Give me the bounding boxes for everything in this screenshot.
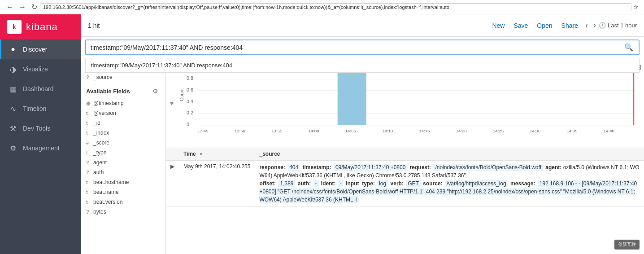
open-button[interactable]: Open xyxy=(532,20,557,31)
field-value-input-type: log xyxy=(377,180,388,187)
field-name-bytes: bytes xyxy=(93,209,106,215)
fields-gear-button[interactable]: ⚙ xyxy=(151,87,160,96)
expand-row-button[interactable]: ▶ xyxy=(170,163,174,170)
hit-count: 1 hit xyxy=(88,22,100,29)
field-name-version: @version xyxy=(93,110,116,116)
svg-text:0.6: 0.6 xyxy=(187,87,193,92)
field-name-beat-hostname: beat.hostname xyxy=(93,179,129,185)
field-value-response: 404 xyxy=(287,164,300,171)
sidebar-item-discover[interactable]: ● Discover xyxy=(0,39,81,59)
field-bytes[interactable]: ? bytes xyxy=(81,207,165,217)
svg-text:14:10: 14:10 xyxy=(382,128,393,133)
two-panel: Selected Fields ? _source Available Fiel… xyxy=(81,58,644,254)
field-value-verb: GET xyxy=(406,180,421,187)
sidebar-logo: k kibana xyxy=(0,14,81,39)
table-header-row: Time ▼ _source xyxy=(166,148,644,160)
selected-field-source[interactable]: ? _source xyxy=(81,72,165,82)
field-beat-name[interactable]: t beat.name xyxy=(81,187,165,197)
svg-text:13:45: 13:45 xyxy=(198,128,209,133)
field-agent[interactable]: ? agent xyxy=(81,158,165,167)
field-label-verb: verb: xyxy=(391,180,405,187)
field-timestamp[interactable]: ◉ @timestamp xyxy=(81,98,165,108)
search-button[interactable]: 🔍 xyxy=(619,40,639,54)
share-button[interactable]: Share xyxy=(557,20,583,31)
time-column-header[interactable]: Time ▼ xyxy=(179,148,255,160)
field-score[interactable]: # _score xyxy=(81,138,165,148)
available-fields-title: Available Fields xyxy=(86,88,130,95)
search-bar-container: 🔍 timestamp:"09/May/2017:11:37:40" AND r… xyxy=(81,37,644,58)
source-column-label: _source xyxy=(259,151,280,157)
sidebar-item-visualize[interactable]: ◑ Visualize xyxy=(0,59,81,79)
chart-collapse-button[interactable]: ▼ xyxy=(169,100,175,107)
bookmark-button[interactable]: ☆ xyxy=(631,3,640,11)
visualize-icon: ◑ xyxy=(9,65,17,74)
sidebar-item-label-visualize: Visualize xyxy=(23,66,48,73)
field-version[interactable]: t @version xyxy=(81,108,165,118)
field-index[interactable]: t _index xyxy=(81,128,165,138)
available-fields-header: Available Fields ⚙ xyxy=(81,82,165,98)
fields-panel: Selected Fields ? _source Available Fiel… xyxy=(81,58,166,254)
field-type-id: t xyxy=(86,120,91,126)
url-bar[interactable]: 192.168.2.30:5601/app/kibana#/discover?_… xyxy=(40,3,631,11)
results-table: Time ▼ _source ▶ xyxy=(166,148,644,207)
field-type-score: # xyxy=(86,140,91,145)
field-type-bytes: ? xyxy=(86,209,91,215)
next-nav-button[interactable]: › xyxy=(591,20,599,31)
field-beat-hostname[interactable]: t beat.hostname xyxy=(81,177,165,187)
svg-text:13:55: 13:55 xyxy=(271,128,282,133)
svg-text:@timestamp per minute: @timestamp per minute xyxy=(389,134,439,135)
svg-text:Count: Count xyxy=(179,88,184,101)
reload-button[interactable]: ↻ xyxy=(29,2,40,12)
field-name-id: _id xyxy=(93,120,100,126)
autocomplete-suggestion[interactable]: timestamp:"09/May/2017:11:37:40" AND res… xyxy=(86,58,639,72)
search-input[interactable] xyxy=(86,41,619,54)
field-label-message: message: xyxy=(510,180,537,187)
field-value-auth: - xyxy=(313,180,319,187)
svg-text:0.2: 0.2 xyxy=(187,110,193,115)
field-label-agent: agent: xyxy=(545,164,561,171)
sidebar-item-timelion[interactable]: ∿ Timelion xyxy=(0,99,81,118)
discover-icon: ● xyxy=(9,45,17,54)
field-label-source: source: xyxy=(423,180,444,187)
sidebar-nav: ● Discover ◑ Visualize ▦ Dashboard ∿ Tim… xyxy=(0,39,81,254)
svg-text:14:35: 14:35 xyxy=(567,128,578,133)
prev-nav-button[interactable]: ‹ xyxy=(583,20,591,31)
svg-text:14:25: 14:25 xyxy=(493,128,504,133)
field-name-beat-version: beat.version xyxy=(93,199,122,205)
sort-icon: ▼ xyxy=(199,152,203,157)
save-button[interactable]: Save xyxy=(509,20,532,31)
field-name-timestamp: @timestamp xyxy=(93,100,124,106)
devtools-icon: ⚒ xyxy=(9,124,17,133)
field-type-type[interactable]: t _type xyxy=(81,148,165,158)
field-type-beat-name: t xyxy=(86,189,91,195)
row-expand-cell: ▶ xyxy=(166,160,179,207)
sidebar-item-management[interactable]: ⚙ Management xyxy=(0,138,81,158)
table-row: ▶ May 9th 2017, 14:02:40.255 response: 4… xyxy=(166,160,644,207)
back-button[interactable]: ← xyxy=(4,2,16,12)
new-button[interactable]: New xyxy=(487,20,509,31)
field-auth[interactable]: ? auth xyxy=(81,167,165,177)
forward-button[interactable]: → xyxy=(16,2,29,12)
svg-text:0.8: 0.8 xyxy=(187,75,193,81)
sidebar-item-devtools[interactable]: ⚒ Dev Tools xyxy=(0,118,81,138)
time-range-label: Last 1 hour xyxy=(608,22,637,29)
field-value-request: /noindex/css/fonts/Bold/OpenSans-Bold.wo… xyxy=(433,164,543,171)
field-id[interactable]: t _id xyxy=(81,118,165,128)
sidebar-item-label-management: Management xyxy=(23,145,60,152)
time-range-picker[interactable]: 🕐 Last 1 hour xyxy=(599,22,637,29)
source-cell: response: 404 timestamp: 09/May/2017:11:… xyxy=(255,160,644,207)
field-type-beat-version: t xyxy=(86,199,91,205)
sidebar: k kibana ● Discover ◑ Visualize ▦ Dashbo… xyxy=(0,14,81,254)
field-beat-version[interactable]: t beat.version xyxy=(81,197,165,207)
field-name-beat-name: beat.name xyxy=(93,189,119,195)
browser-chrome: ← → ↻ 192.168.2.30:5601/app/kibana#/disc… xyxy=(0,0,644,14)
svg-text:14:40: 14:40 xyxy=(604,128,614,133)
sidebar-item-dashboard[interactable]: ▦ Dashboard xyxy=(0,79,81,99)
field-type-timestamp: ◉ xyxy=(86,101,91,106)
svg-text:14:00: 14:00 xyxy=(308,128,319,133)
main-layout: k kibana ● Discover ◑ Visualize ▦ Dashbo… xyxy=(0,14,644,254)
field-type-source: ? xyxy=(86,74,91,80)
field-name-type: _type xyxy=(93,149,106,156)
field-name-index: _index xyxy=(93,130,109,136)
field-value-offset: 1,389 xyxy=(278,180,295,187)
